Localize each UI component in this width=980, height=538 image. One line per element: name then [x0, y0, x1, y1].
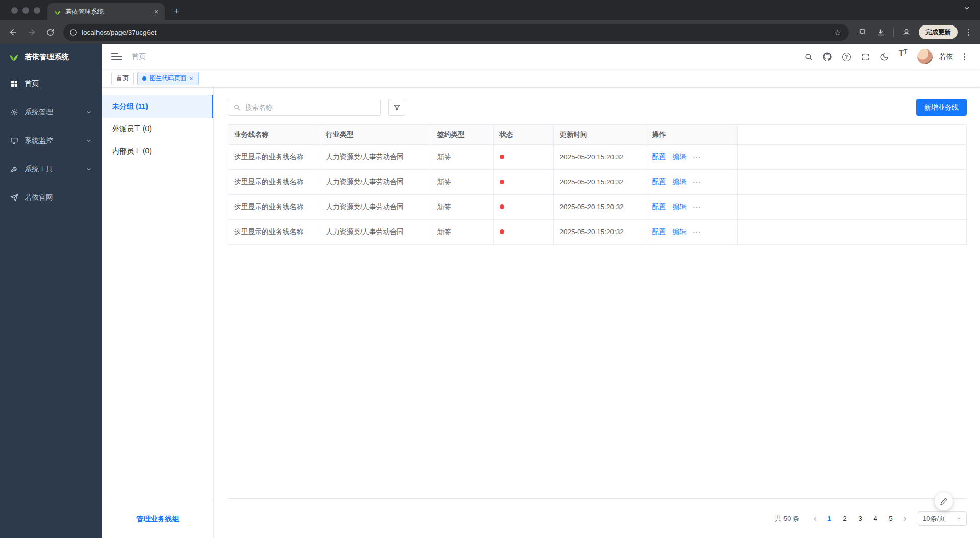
tag-home[interactable]: 首页: [111, 72, 134, 85]
sidebar-item-system-monitor[interactable]: 系统监控: [0, 126, 102, 155]
fullscreen-icon[interactable]: [857, 49, 873, 64]
edit-link[interactable]: 编辑: [673, 227, 687, 237]
extensions-icon[interactable]: [854, 24, 870, 40]
dark-mode-moon-icon[interactable]: [876, 49, 892, 64]
more-actions-icon[interactable]: ···: [693, 203, 702, 211]
wrench-icon: [10, 165, 18, 173]
edit-link[interactable]: 编辑: [673, 202, 687, 212]
cell-status: [493, 219, 553, 244]
address-bar[interactable]: localhost/page/37ucg6et ☆: [63, 24, 849, 41]
cell-name: 这里显示的业务线名称: [228, 144, 320, 169]
group-item-internal[interactable]: 内部员工 (0): [102, 140, 213, 163]
sidebar-item-system-management[interactable]: 系统管理: [0, 98, 102, 126]
browser-tab[interactable]: 若依管理系统 ×: [47, 3, 165, 20]
more-actions-icon[interactable]: ···: [693, 228, 702, 236]
favicon-leaf-icon: [54, 8, 61, 16]
cell-actions: 配置 编辑 ···: [646, 169, 737, 194]
sidebar-item-official-site[interactable]: 若依官网: [0, 184, 102, 212]
cell-sign-type: 新签: [431, 219, 493, 244]
edit-link[interactable]: 编辑: [673, 152, 687, 162]
cell-filler: [737, 169, 966, 194]
avatar[interactable]: [917, 49, 933, 64]
profile-icon[interactable]: [898, 24, 915, 40]
sidebar-item-label: 系统监控: [24, 136, 53, 145]
more-actions-icon[interactable]: ···: [693, 178, 702, 186]
page-number-3[interactable]: 3: [852, 511, 868, 526]
window-minimize-button[interactable]: [22, 7, 29, 14]
search-icon[interactable]: [801, 49, 816, 64]
configure-link[interactable]: 配置: [652, 152, 666, 162]
forward-button[interactable]: [23, 24, 40, 40]
site-info-icon[interactable]: [69, 29, 77, 36]
content-spacer: [228, 245, 967, 498]
page-size-select[interactable]: 10条/页: [918, 511, 967, 526]
page-number-1[interactable]: 1: [822, 511, 837, 526]
edit-link[interactable]: 编辑: [673, 177, 687, 187]
manage-groups-button[interactable]: 管理业务线组: [102, 500, 213, 538]
cell-industry: 人力资源类/人事劳动合同: [320, 144, 431, 169]
page-number-2[interactable]: 2: [837, 511, 852, 526]
page-size-value: 10条/页: [923, 514, 945, 523]
page-number-4[interactable]: 4: [868, 511, 883, 526]
logo-leaf-icon: [8, 51, 19, 62]
col-name: 业务线名称: [228, 125, 320, 144]
back-button[interactable]: [5, 24, 21, 40]
tab-close-icon[interactable]: ×: [152, 7, 161, 16]
group-item-dispatched[interactable]: 外派员工 (0): [102, 118, 213, 140]
status-dot: [500, 229, 504, 234]
username[interactable]: 若依: [939, 52, 953, 61]
prev-page-icon[interactable]: ‹: [808, 511, 822, 526]
sidebar-item-home[interactable]: 首页: [0, 69, 102, 98]
tab-search-chevron-icon[interactable]: [959, 0, 975, 16]
browser-tab-strip: 若依管理系统 × +: [0, 0, 980, 20]
download-icon[interactable]: [872, 24, 889, 40]
table-header-row: 业务线名称 行业类型 签约类型 状态 更新时间 操作: [228, 125, 966, 144]
browser-menu-kebab-icon[interactable]: [962, 25, 975, 39]
reload-button[interactable]: [42, 24, 58, 40]
monitor-icon: [10, 137, 18, 145]
update-chip-button[interactable]: 完成更新: [919, 25, 958, 39]
more-actions-icon[interactable]: ···: [693, 153, 702, 161]
sidebar-item-label: 系统工具: [24, 165, 53, 174]
floating-edit-button[interactable]: [935, 492, 953, 510]
configure-link[interactable]: 配置: [652, 177, 666, 187]
page-number-5[interactable]: 5: [883, 511, 898, 526]
cell-filler: [737, 194, 966, 219]
font-size-icon[interactable]: TT: [895, 49, 911, 64]
col-industry: 行业类型: [320, 125, 431, 144]
sidebar-toggle-icon[interactable]: [111, 53, 122, 60]
window-maximize-button[interactable]: [34, 7, 40, 14]
configure-link[interactable]: 配置: [652, 227, 666, 237]
window-controls: [5, 0, 47, 20]
search-box[interactable]: [228, 99, 381, 116]
window-close-button[interactable]: [11, 7, 18, 14]
col-updated: 更新时间: [553, 125, 646, 144]
breadcrumb[interactable]: 首页: [132, 52, 146, 61]
add-business-line-button[interactable]: 新增业务线: [916, 99, 967, 116]
status-dot: [500, 155, 504, 159]
chevron-down-icon: [956, 516, 962, 521]
sidebar-item-system-tools[interactable]: 系统工具: [0, 155, 102, 184]
app-logo[interactable]: 若依管理系统: [0, 44, 102, 69]
help-icon[interactable]: ?: [839, 49, 854, 64]
tag-close-icon[interactable]: ×: [189, 75, 193, 82]
chevron-down-icon: [86, 109, 92, 115]
group-panel: 未分组 (11) 外派员工 (0) 内部员工 (0) 管理业务线组: [102, 87, 214, 538]
chevron-down-icon: [86, 166, 92, 172]
filter-button[interactable]: [388, 99, 405, 116]
new-tab-button[interactable]: +: [169, 4, 183, 18]
configure-link[interactable]: 配置: [652, 202, 666, 212]
search-input[interactable]: [245, 104, 375, 111]
github-icon[interactable]: [820, 49, 835, 64]
bookmark-star-icon[interactable]: ☆: [829, 24, 846, 40]
tag-generated-page[interactable]: 图生代码页面 ×: [137, 72, 199, 85]
group-item-ungrouped[interactable]: 未分组 (11): [102, 95, 213, 118]
next-page-icon[interactable]: ›: [898, 511, 912, 526]
app-header: 首页 ?: [102, 44, 980, 69]
cell-sign-type: 新签: [431, 169, 493, 194]
user-menu-kebab-icon[interactable]: [958, 49, 971, 64]
tag-label: 图生代码页面: [150, 74, 186, 83]
active-dot-icon: [142, 76, 146, 81]
col-filler: [737, 125, 966, 144]
group-item-label: 内部员工 (0): [112, 147, 152, 156]
